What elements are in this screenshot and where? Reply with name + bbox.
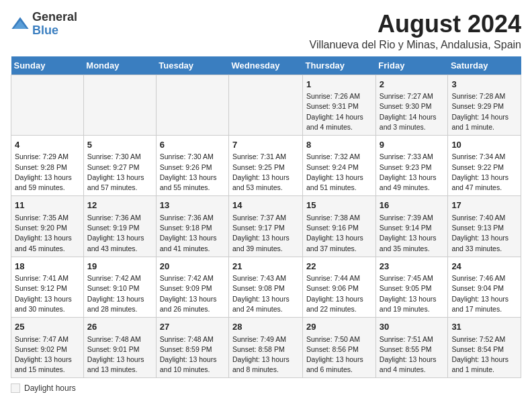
day-number: 28: [232, 320, 299, 334]
calendar-table: SundayMondayTuesdayWednesdayThursdayFrid…: [11, 56, 521, 379]
calendar-cell: 27Sunrise: 7:48 AM Sunset: 8:59 PM Dayli…: [156, 318, 228, 378]
day-info: Sunrise: 7:36 AM Sunset: 9:18 PM Dayligh…: [160, 213, 225, 254]
day-number: 24: [451, 260, 517, 273]
calendar-cell: [11, 75, 84, 135]
day-info: Sunrise: 7:39 AM Sunset: 9:14 PM Dayligh…: [380, 213, 445, 254]
calendar-cell: 19Sunrise: 7:42 AM Sunset: 9:10 PM Dayli…: [83, 257, 156, 317]
day-number: 19: [87, 260, 152, 273]
calendar-week-row: 1Sunrise: 7:26 AM Sunset: 9:31 PM Daylig…: [11, 75, 521, 135]
day-info: Sunrise: 7:36 AM Sunset: 9:19 PM Dayligh…: [87, 213, 152, 254]
day-info: Sunrise: 7:42 AM Sunset: 9:10 PM Dayligh…: [87, 273, 152, 314]
calendar-header-thursday: Thursday: [303, 56, 376, 75]
day-info: Sunrise: 7:51 AM Sunset: 8:55 PM Dayligh…: [380, 334, 445, 375]
calendar-cell: [156, 75, 228, 135]
calendar-week-row: 25Sunrise: 7:47 AM Sunset: 9:02 PM Dayli…: [11, 318, 521, 378]
day-number: 29: [306, 320, 372, 334]
calendar-header-friday: Friday: [375, 56, 448, 75]
calendar-cell: 28Sunrise: 7:49 AM Sunset: 8:58 PM Dayli…: [229, 318, 303, 378]
calendar-cell: 20Sunrise: 7:42 AM Sunset: 9:09 PM Dayli…: [156, 257, 228, 317]
calendar-cell: [83, 75, 156, 135]
day-number: 2: [380, 78, 445, 91]
calendar-cell: 2Sunrise: 7:27 AM Sunset: 9:30 PM Daylig…: [375, 75, 448, 135]
day-info: Sunrise: 7:27 AM Sunset: 9:30 PM Dayligh…: [380, 91, 445, 132]
logo: General Blue: [11, 11, 77, 38]
day-number: 13: [160, 199, 225, 212]
calendar-cell: 11Sunrise: 7:35 AM Sunset: 9:20 PM Dayli…: [11, 196, 84, 257]
day-number: 3: [451, 78, 517, 91]
day-number: 25: [15, 320, 80, 334]
day-info: Sunrise: 7:38 AM Sunset: 9:16 PM Dayligh…: [306, 213, 372, 254]
day-info: Sunrise: 7:32 AM Sunset: 9:24 PM Dayligh…: [306, 152, 372, 193]
day-number: 8: [306, 138, 372, 152]
day-info: Sunrise: 7:29 AM Sunset: 9:28 PM Dayligh…: [15, 152, 80, 193]
calendar-header-sunday: Sunday: [11, 56, 84, 75]
day-number: 15: [306, 199, 372, 212]
day-info: Sunrise: 7:41 AM Sunset: 9:12 PM Dayligh…: [15, 273, 80, 314]
calendar-cell: 17Sunrise: 7:40 AM Sunset: 9:13 PM Dayli…: [448, 196, 521, 257]
day-info: Sunrise: 7:43 AM Sunset: 9:08 PM Dayligh…: [232, 273, 299, 314]
day-number: 30: [380, 320, 445, 334]
logo-icon: [11, 15, 30, 34]
day-number: 10: [451, 138, 517, 152]
logo-blue-text: Blue: [32, 24, 77, 38]
calendar-cell: 25Sunrise: 7:47 AM Sunset: 9:02 PM Dayli…: [11, 318, 84, 378]
footer-note: Daylight hours: [11, 383, 521, 393]
day-number: 16: [380, 199, 445, 212]
daylight-label: Daylight hours: [24, 383, 76, 393]
day-number: 21: [232, 260, 299, 273]
day-number: 12: [87, 199, 152, 212]
calendar-cell: 3Sunrise: 7:28 AM Sunset: 9:29 PM Daylig…: [448, 75, 521, 135]
day-info: Sunrise: 7:47 AM Sunset: 9:02 PM Dayligh…: [15, 334, 80, 375]
day-number: 4: [15, 138, 80, 152]
day-info: Sunrise: 7:50 AM Sunset: 8:56 PM Dayligh…: [306, 334, 372, 375]
day-info: Sunrise: 7:46 AM Sunset: 9:04 PM Dayligh…: [451, 273, 517, 314]
day-number: 27: [160, 320, 225, 334]
calendar-cell: 10Sunrise: 7:34 AM Sunset: 9:22 PM Dayli…: [448, 135, 521, 195]
day-number: 9: [380, 138, 445, 152]
calendar-header-row: SundayMondayTuesdayWednesdayThursdayFrid…: [11, 56, 521, 75]
calendar-cell: 26Sunrise: 7:48 AM Sunset: 9:01 PM Dayli…: [83, 318, 156, 378]
calendar-header-monday: Monday: [83, 56, 156, 75]
calendar-cell: 4Sunrise: 7:29 AM Sunset: 9:28 PM Daylig…: [11, 135, 84, 195]
day-number: 17: [451, 199, 517, 212]
day-info: Sunrise: 7:48 AM Sunset: 8:59 PM Dayligh…: [160, 334, 225, 375]
day-info: Sunrise: 7:42 AM Sunset: 9:09 PM Dayligh…: [160, 273, 225, 314]
calendar-cell: 18Sunrise: 7:41 AM Sunset: 9:12 PM Dayli…: [11, 257, 84, 317]
day-number: 23: [380, 260, 445, 273]
calendar-cell: 31Sunrise: 7:52 AM Sunset: 8:54 PM Dayli…: [448, 318, 521, 378]
daylight-box-icon: [11, 383, 20, 393]
calendar-cell: 1Sunrise: 7:26 AM Sunset: 9:31 PM Daylig…: [303, 75, 376, 135]
day-number: 22: [306, 260, 372, 273]
day-number: 14: [232, 199, 299, 212]
calendar-cell: [229, 75, 303, 135]
logo-text: General Blue: [32, 11, 77, 38]
day-number: 18: [15, 260, 80, 273]
day-info: Sunrise: 7:30 AM Sunset: 9:26 PM Dayligh…: [160, 152, 225, 193]
day-info: Sunrise: 7:33 AM Sunset: 9:23 PM Dayligh…: [380, 152, 445, 193]
month-title: August 2024: [310, 11, 521, 38]
day-info: Sunrise: 7:48 AM Sunset: 9:01 PM Dayligh…: [87, 334, 152, 375]
location-title: Villanueva del Rio y Minas, Andalusia, S…: [310, 39, 521, 51]
calendar-cell: 30Sunrise: 7:51 AM Sunset: 8:55 PM Dayli…: [375, 318, 448, 378]
calendar-cell: 5Sunrise: 7:30 AM Sunset: 9:27 PM Daylig…: [83, 135, 156, 195]
day-info: Sunrise: 7:49 AM Sunset: 8:58 PM Dayligh…: [232, 334, 299, 375]
calendar-cell: 12Sunrise: 7:36 AM Sunset: 9:19 PM Dayli…: [83, 196, 156, 257]
day-number: 6: [160, 138, 225, 152]
calendar-cell: 9Sunrise: 7:33 AM Sunset: 9:23 PM Daylig…: [375, 135, 448, 195]
day-number: 5: [87, 138, 152, 152]
logo-general-text: General: [32, 11, 77, 24]
day-number: 31: [451, 320, 517, 334]
calendar-cell: 14Sunrise: 7:37 AM Sunset: 9:17 PM Dayli…: [229, 196, 303, 257]
day-info: Sunrise: 7:52 AM Sunset: 8:54 PM Dayligh…: [451, 334, 517, 375]
calendar-header-wednesday: Wednesday: [229, 56, 303, 75]
calendar-cell: 21Sunrise: 7:43 AM Sunset: 9:08 PM Dayli…: [229, 257, 303, 317]
calendar-cell: 7Sunrise: 7:31 AM Sunset: 9:25 PM Daylig…: [229, 135, 303, 195]
day-info: Sunrise: 7:34 AM Sunset: 9:22 PM Dayligh…: [451, 152, 517, 193]
calendar-cell: 6Sunrise: 7:30 AM Sunset: 9:26 PM Daylig…: [156, 135, 228, 195]
calendar-week-row: 11Sunrise: 7:35 AM Sunset: 9:20 PM Dayli…: [11, 196, 521, 257]
day-info: Sunrise: 7:40 AM Sunset: 9:13 PM Dayligh…: [451, 213, 517, 254]
calendar-cell: 15Sunrise: 7:38 AM Sunset: 9:16 PM Dayli…: [303, 196, 376, 257]
calendar-header-saturday: Saturday: [448, 56, 521, 75]
day-info: Sunrise: 7:35 AM Sunset: 9:20 PM Dayligh…: [15, 213, 80, 254]
day-number: 7: [232, 138, 299, 152]
